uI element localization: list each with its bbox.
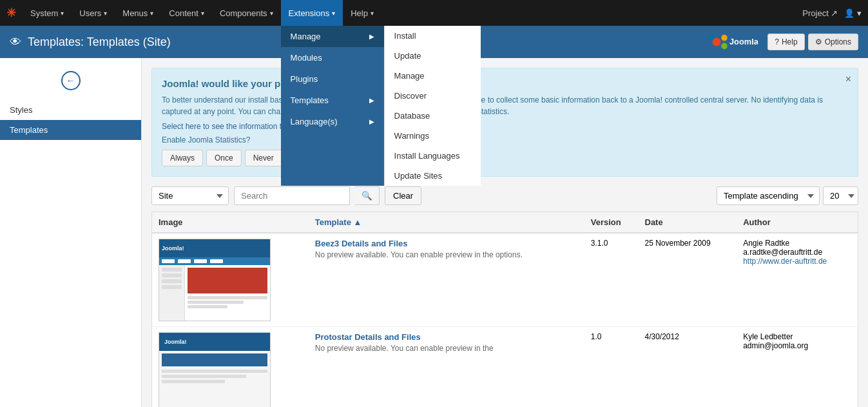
nav-item4: [210, 259, 223, 263]
submenu-update-link[interactable]: Update: [385, 46, 481, 66]
always-button[interactable]: Always: [162, 150, 203, 166]
beez3-link[interactable]: Beez3 Details and Files: [315, 239, 408, 248]
extensions-manage-link[interactable]: Manage ▶: [281, 26, 384, 47]
submenu-manage[interactable]: Manage: [385, 66, 481, 86]
search-input[interactable]: [234, 186, 350, 205]
options-button[interactable]: ⚙ Options: [808, 34, 858, 50]
extensions-menu-plugins[interactable]: Plugins: [281, 68, 384, 90]
beez3-date-cell: 25 November 2009: [639, 233, 737, 327]
help-button[interactable]: ? Help: [767, 34, 804, 50]
beez3-author-email: a.radtke@derauftritt.de: [743, 248, 851, 257]
close-notification-button[interactable]: ×: [845, 74, 851, 85]
sidebar-item-styles[interactable]: Styles: [0, 100, 141, 120]
beez3-author-url[interactable]: http://www.der-auftritt.de: [743, 257, 851, 266]
nav-menus-link[interactable]: Menus ▾: [115, 0, 161, 26]
extensions-languages-link[interactable]: Language(s) ▶: [281, 111, 384, 132]
clear-button[interactable]: Clear: [385, 186, 421, 205]
never-button[interactable]: Never: [245, 150, 282, 166]
sidebar-nav: Styles Templates: [0, 100, 141, 140]
stats-heading: Joomla! would like your permission to co…: [162, 78, 848, 89]
enable-text: Enable Joomla Statistics?: [162, 135, 848, 144]
nav-help-link[interactable]: Help ▾: [343, 0, 381, 26]
nav-help[interactable]: Help ▾: [343, 0, 381, 26]
protostar-link[interactable]: Protostar Details and Files: [315, 332, 421, 342]
submenu-discover[interactable]: Discover: [385, 86, 481, 106]
table-body: Joomla!: [152, 233, 858, 407]
back-button[interactable]: ←: [61, 71, 81, 90]
svg-point-0: [713, 38, 721, 46]
extensions-menu-languages[interactable]: Language(s) ▶: [281, 111, 384, 132]
caret-icon: ▾: [104, 10, 107, 17]
joomla-logo: Joomla!: [706, 32, 758, 52]
protostar-logo: Joomla!: [164, 339, 187, 345]
table-row: Joomla! Protostar Details and Files: [152, 327, 858, 408]
top-navbar: ✳ System ▾ Users ▾ Menus ▾ Content ▾: [0, 0, 868, 26]
sidebar-item4: [162, 285, 182, 289]
submenu-warnings-link[interactable]: Warnings: [385, 126, 481, 146]
sidebar-styles-link[interactable]: Styles: [0, 100, 141, 120]
nav-components[interactable]: Components ▾: [212, 0, 281, 26]
nav-extensions[interactable]: Extensions ▾ Manage ▶: [281, 0, 343, 26]
caret-icon: ▾: [371, 10, 374, 17]
page-size-select[interactable]: 20 10 50 100: [823, 186, 858, 205]
extensions-dropdown: Manage ▶ Modules Plugins: [281, 26, 481, 186]
submenu-database-link[interactable]: Database: [385, 106, 481, 126]
nav-content-link[interactable]: Content ▾: [161, 0, 212, 26]
col-template[interactable]: Template ▲: [309, 212, 584, 233]
nav-item2: [178, 259, 191, 263]
extensions-templates-link[interactable]: Templates ▶: [281, 90, 384, 111]
sidebar-templates-link[interactable]: Templates: [0, 120, 141, 140]
submenu-install-languages-link[interactable]: Install Languages: [385, 146, 481, 166]
search-button[interactable]: 🔍: [355, 186, 380, 205]
nav-menus[interactable]: Menus ▾: [115, 0, 161, 26]
table-row: Joomla!: [152, 233, 858, 327]
svg-point-1: [721, 35, 728, 41]
submenu-install-link[interactable]: Install: [385, 26, 481, 46]
user-icon[interactable]: 👤 ▾: [844, 8, 862, 18]
protostar-author-email: admin@joomla.org: [743, 341, 851, 350]
sort-select[interactable]: Template ascending Template descending D…: [717, 186, 820, 205]
submenu-database[interactable]: Database: [385, 106, 481, 126]
protostar-header: Joomla!: [159, 333, 270, 351]
joomla-logo-svg: Joomla!: [706, 32, 758, 52]
nav-users[interactable]: Users ▾: [72, 0, 115, 26]
svg-point-3: [709, 35, 714, 41]
submenu-install-languages[interactable]: Install Languages: [385, 146, 481, 166]
site-filter-select[interactable]: Site Administrator: [151, 186, 229, 205]
extensions-menu-templates[interactable]: Templates ▶: [281, 90, 384, 111]
submenu-arrow-icon: ▶: [369, 97, 374, 104]
stats-buttons: Always Once Never: [162, 150, 848, 166]
protostar-author-name: Kyle Ledbetter: [743, 332, 851, 341]
nav-system[interactable]: System ▾: [23, 0, 72, 26]
beez3-image-cell: Joomla!: [152, 233, 309, 327]
submenu-warnings[interactable]: Warnings: [385, 126, 481, 146]
text-line1: [188, 296, 267, 299]
submenu-manage-link[interactable]: Manage: [385, 66, 481, 86]
project-link[interactable]: Project ↗: [802, 8, 838, 18]
nav-system-link[interactable]: System ▾: [23, 0, 72, 26]
nav-components-link[interactable]: Components ▾: [212, 0, 281, 26]
once-button[interactable]: Once: [206, 150, 242, 166]
svg-point-2: [721, 43, 728, 50]
stats-notification: × Joomla! would like your permission to …: [151, 68, 858, 177]
beez3-author-cell: Angie Radtke a.radtke@derauftritt.de htt…: [737, 233, 858, 327]
caret-icon: ▾: [332, 10, 335, 17]
nav-users-link[interactable]: Users ▾: [72, 0, 115, 26]
extensions-modules-link[interactable]: Modules: [281, 47, 384, 68]
filter-bar: Site Administrator 🔍 Clear Template asce…: [151, 186, 858, 205]
submenu-discover-link[interactable]: Discover: [385, 86, 481, 106]
sidebar-item2: [162, 273, 182, 277]
extensions-menu-manage[interactable]: Manage ▶: [281, 26, 384, 47]
nav-extensions-link[interactable]: Extensions ▾: [281, 0, 343, 26]
extensions-menu-modules[interactable]: Modules: [281, 47, 384, 68]
protostar-body: [159, 351, 270, 407]
submenu-update[interactable]: Update: [385, 46, 481, 66]
submenu-update-sites[interactable]: Update Sites: [385, 166, 481, 186]
table-header: Image Template ▲ Version Date Author: [152, 212, 858, 233]
template-sort-link[interactable]: Template ▲: [315, 217, 362, 227]
nav-content[interactable]: Content ▾: [161, 0, 212, 26]
submenu-update-sites-link[interactable]: Update Sites: [385, 166, 481, 186]
sidebar-item-templates[interactable]: Templates: [0, 120, 141, 140]
submenu-install[interactable]: Install: [385, 26, 481, 46]
extensions-plugins-link[interactable]: Plugins: [281, 68, 384, 90]
